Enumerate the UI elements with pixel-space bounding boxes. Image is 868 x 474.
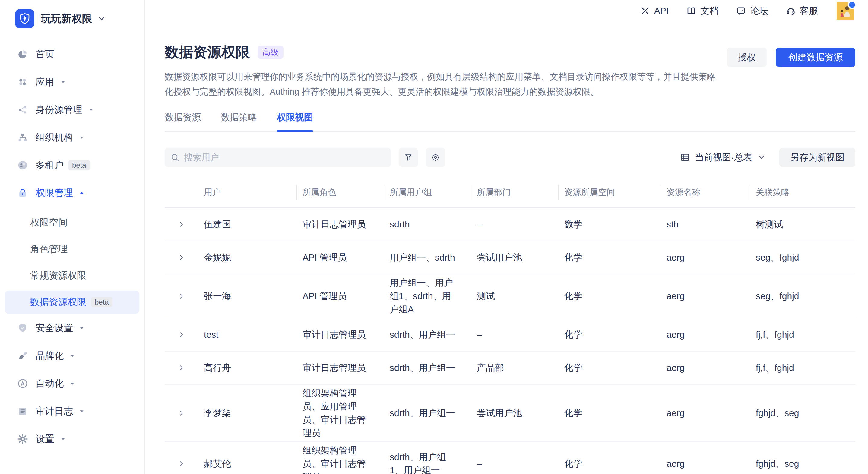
column-settings-button[interactable]	[426, 148, 445, 167]
topbar-link-docs[interactable]: 文档	[686, 5, 718, 17]
sidebar-item-security[interactable]: 安全设置	[0, 318, 144, 338]
cell-resource: aerg	[660, 407, 750, 420]
topbar-link-support[interactable]: 客服	[786, 5, 818, 17]
cell-policies: seg、fghjd	[750, 251, 855, 264]
cell-dept: –	[471, 218, 558, 231]
row-expand-button[interactable]	[175, 251, 187, 263]
workspace-switcher[interactable]: 玩玩新权限	[0, 9, 144, 28]
sidebar-item-label: 安全设置	[36, 322, 73, 335]
chevron-right-icon	[177, 460, 185, 468]
chevron-right-icon	[177, 220, 185, 228]
cell-resource: aerg	[660, 361, 750, 375]
table-header-row: 用户所属角色所属用户组所属部门资源所属空间资源名称关联策略	[165, 177, 855, 208]
cell-dept: 尝试用户池	[471, 251, 558, 264]
automation-icon	[17, 378, 28, 389]
support-icon	[786, 6, 796, 16]
cell-user: 伍建国	[198, 218, 297, 231]
org-icon	[17, 132, 28, 143]
cell-user: test	[198, 328, 297, 341]
main-area: API文档论坛客服 数据资源权限 高级 数据资源权限可以用来管理你的业务系统中的…	[145, 0, 868, 474]
cell-dept: 产品部	[471, 361, 558, 375]
cell-roles: API 管理员	[297, 289, 384, 303]
user-avatar[interactable]	[837, 2, 854, 20]
topbar-link-label: API	[654, 6, 669, 16]
cell-groups: sdrth、用户组一	[384, 328, 471, 341]
sidebar-item-apps[interactable]: 应用	[0, 72, 144, 92]
cell-policies: seg、fghjd	[750, 289, 855, 303]
cell-user: 张一海	[198, 289, 297, 303]
table-row: 伍建国审计日志管理员sdrth–数学sth树测试	[165, 208, 855, 241]
plan-level-badge: 高级	[257, 45, 283, 59]
api-icon	[640, 6, 650, 16]
share-icon	[17, 104, 28, 116]
column-header-policies: 关联策略	[750, 187, 855, 198]
page-header-text: 数据资源权限 高级 数据资源权限可以用来管理你的业务系统中的场景化的资源与授权，…	[165, 43, 723, 99]
caret-down-icon	[59, 78, 67, 86]
app-root: 玩玩新权限 首页应用身份源管理组织机构多租户beta权限管理权限空间角色管理常规…	[0, 0, 868, 474]
sidebar-item-label: 设置	[36, 433, 54, 445]
topbar-link-api[interactable]: API	[640, 6, 669, 16]
cell-space: 化学	[558, 328, 660, 341]
page-header: 数据资源权限 高级 数据资源权限可以用来管理你的业务系统中的场景化的资源与授权，…	[165, 43, 855, 99]
row-expand-button[interactable]	[175, 329, 187, 341]
audit-log-icon	[17, 406, 28, 417]
topbar-link-forum[interactable]: 论坛	[736, 5, 768, 17]
apps-icon	[17, 76, 28, 88]
table-view-icon	[680, 152, 690, 162]
online-status-dot	[848, 1, 856, 9]
sidebar-subitem-permission-space[interactable]: 权限空间	[5, 211, 140, 234]
sidebar-item-automation[interactable]: 自动化	[0, 374, 144, 393]
search-icon	[170, 153, 180, 162]
current-view-label: 当前视图·总表	[695, 151, 752, 164]
create-data-resource-button[interactable]: 创建数据资源	[776, 48, 855, 67]
sidebar-item-branding[interactable]: 品牌化	[0, 346, 144, 366]
column-header-space: 资源所属空间	[558, 187, 660, 198]
sidebar-subitem-general-resource-permissions[interactable]: 常规资源权限	[5, 264, 140, 287]
tab-data-policies[interactable]: 数据策略	[221, 111, 257, 131]
sidebar-subitem-label: 常规资源权限	[30, 269, 86, 282]
row-expand-button[interactable]	[175, 458, 187, 470]
tenant-icon	[17, 159, 28, 171]
row-expand-button[interactable]	[175, 290, 187, 302]
lock-icon	[17, 187, 28, 199]
row-expand-button[interactable]	[175, 218, 187, 230]
sidebar-item-label: 多租户	[36, 159, 64, 171]
sidebar-item-permissions[interactable]: 权限管理	[0, 183, 144, 202]
chevron-right-icon	[177, 292, 185, 300]
search-input[interactable]	[165, 148, 391, 167]
view-switcher[interactable]: 当前视图·总表	[680, 151, 766, 164]
caret-down-icon	[78, 407, 86, 415]
gear-icon	[431, 153, 440, 162]
sidebar-item-organization[interactable]: 组织机构	[0, 128, 144, 147]
sidebar-item-tenants[interactable]: 多租户beta	[0, 156, 144, 175]
sidebar-submenu-permissions: 权限空间角色管理常规资源权限数据资源权限beta	[0, 211, 144, 314]
cell-user: 郝艾伦	[198, 457, 297, 470]
cell-resource: aerg	[660, 251, 750, 264]
cell-roles: 审计日志管理员	[297, 218, 384, 231]
sidebar: 玩玩新权限 首页应用身份源管理组织机构多租户beta权限管理权限空间角色管理常规…	[0, 0, 145, 474]
sidebar-item-home[interactable]: 首页	[0, 44, 144, 64]
cell-space: 化学	[558, 457, 660, 470]
sidebar-item-identity-sources[interactable]: 身份源管理	[0, 100, 144, 119]
cell-groups: sdrth、用户组1、用户组一	[384, 450, 471, 474]
sidebar-item-settings[interactable]: 设置	[0, 430, 144, 449]
workspace-name: 玩玩新权限	[41, 12, 92, 26]
sidebar-item-label: 应用	[36, 76, 54, 88]
shield-logo-icon	[15, 9, 34, 28]
toolbar-left	[165, 148, 445, 167]
tab-permission-view[interactable]: 权限视图	[277, 111, 313, 131]
save-as-new-view-button[interactable]: 另存为新视图	[779, 148, 855, 167]
tab-data-resources[interactable]: 数据资源	[165, 111, 201, 131]
cell-groups: 用户组一、sdrth	[384, 251, 471, 264]
caret-down-icon	[59, 435, 67, 443]
cell-resource: aerg	[660, 289, 750, 303]
caret-down-icon	[78, 134, 86, 141]
sidebar-subitem-data-resource-permissions[interactable]: 数据资源权限beta	[5, 291, 140, 314]
authorize-button[interactable]: 授权	[727, 48, 767, 67]
filter-button[interactable]	[399, 148, 418, 167]
row-expand-button[interactable]	[175, 362, 187, 374]
sidebar-subitem-role-management[interactable]: 角色管理	[5, 238, 140, 260]
home-pie-icon	[17, 49, 28, 60]
row-expand-button[interactable]	[175, 407, 187, 419]
sidebar-item-audit-logs[interactable]: 审计日志	[0, 402, 144, 421]
